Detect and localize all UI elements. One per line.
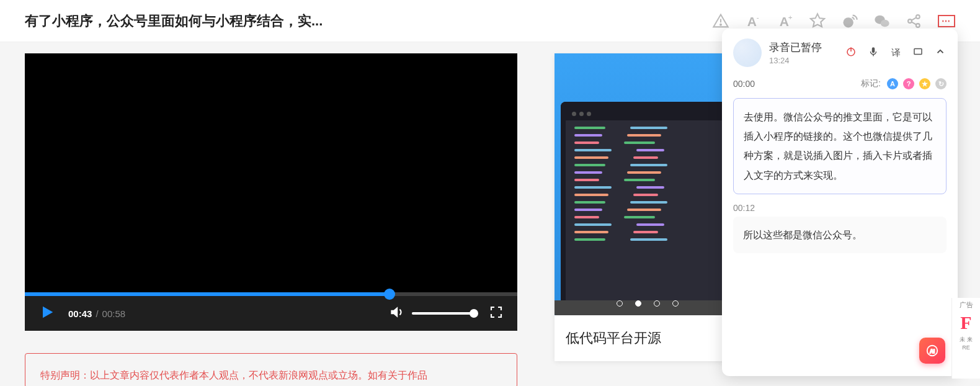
edge-ad-letter: F: [955, 313, 978, 332]
panel-body[interactable]: 去使用。微信公众号的推文里面，它是可以插入小程序的链接的。这个也微信提供了几种方…: [722, 94, 958, 376]
warning-icon[interactable]: [712, 12, 729, 30]
video-controls: 00:43 / 00:58: [25, 296, 517, 331]
mark-a-button[interactable]: A: [887, 78, 898, 89]
volume-icon[interactable]: [388, 304, 404, 323]
transcript-segment: 00:12 所以这些都是微信公众号。: [733, 203, 947, 253]
volume-knob[interactable]: [470, 309, 478, 318]
fullscreen-button[interactable]: [489, 305, 504, 322]
mark-buttons: A ? ★ ↻: [887, 78, 947, 89]
mark-label: 标记:: [861, 78, 881, 89]
carousel-dots[interactable]: [617, 300, 679, 307]
header-toolbar: A- A+ ⋯: [712, 12, 955, 30]
panel-subheader: 00:00 标记: A ? ★ ↻: [722, 74, 958, 94]
edge-ad-line2: RE: [955, 344, 978, 352]
transcript-panel: 录音已暂停 13:24 译 00:00 标记: A ? ★ ↻: [722, 29, 958, 376]
ad-title: 低代码平台开源: [555, 315, 741, 361]
volume-control[interactable]: [388, 304, 474, 323]
window-icon[interactable]: [912, 46, 924, 60]
power-icon[interactable]: [845, 46, 857, 60]
svg-point-8: [881, 19, 889, 27]
svg-rect-18: [914, 49, 922, 55]
carousel-dot[interactable]: [654, 300, 660, 307]
svg-text:AI: AI: [930, 349, 935, 354]
carousel-dot-active[interactable]: [635, 300, 641, 307]
video-current-time: 00:43: [68, 308, 92, 319]
svg-rect-16: [872, 47, 875, 53]
ai-fab-button[interactable]: AI: [919, 338, 945, 364]
video-controls-right: [388, 304, 504, 323]
edge-ad-tag: 广告: [955, 300, 978, 310]
font-increase-icon[interactable]: A+: [777, 12, 794, 30]
mic-icon[interactable]: [867, 46, 880, 60]
video-column: 00:43 / 00:58: [25, 53, 517, 386]
svg-point-6: [844, 17, 853, 27]
mark-s-button[interactable]: ★: [919, 78, 930, 89]
edge-ad[interactable]: 广告 F 未 来 RE: [951, 298, 980, 379]
mark-refresh-button[interactable]: ↻: [935, 78, 947, 89]
segment-timestamp: 00:12: [733, 203, 947, 213]
carousel-dot[interactable]: [672, 300, 679, 307]
panel-title: 录音已暂停: [769, 40, 837, 55]
play-button[interactable]: [38, 303, 56, 323]
favorite-icon[interactable]: [809, 12, 826, 30]
svg-text:A: A: [780, 14, 789, 29]
sidebar: 低代码平台开源: [555, 53, 741, 386]
svg-point-1: [720, 24, 721, 25]
video-progress-fill: [25, 292, 390, 296]
transcript-text[interactable]: 所以这些都是微信公众号。: [733, 217, 947, 253]
carousel-dot[interactable]: [617, 300, 623, 307]
ad-laptop-graphic: [561, 102, 734, 300]
disclaimer-box: 特别声明：以上文章内容仅代表作者本人观点，不代表新浪网观点或立场。如有关于作品: [25, 353, 517, 386]
svg-text:A: A: [747, 14, 757, 29]
more-menu-button[interactable]: ⋯: [938, 15, 955, 27]
video-time-separator: /: [96, 308, 98, 319]
video-duration: 00:58: [102, 308, 126, 319]
mark-q-button[interactable]: ?: [903, 78, 914, 89]
video-time: 00:43 / 00:58: [68, 308, 125, 319]
video-player[interactable]: 00:43 / 00:58: [25, 53, 517, 331]
svg-text:+: +: [788, 12, 793, 20]
edge-ad-line1: 未 来: [955, 336, 978, 344]
svg-line-13: [911, 22, 916, 25]
transcript-text[interactable]: 去使用。微信公众号的推文里面，它是可以插入小程序的链接的。这个也微信提供了几种方…: [733, 98, 947, 194]
weibo-icon[interactable]: [841, 12, 858, 30]
font-decrease-icon[interactable]: A-: [744, 12, 762, 30]
collapse-icon[interactable]: [934, 46, 947, 60]
volume-fill: [412, 312, 474, 315]
svg-line-12: [911, 17, 916, 20]
volume-track[interactable]: [412, 312, 474, 315]
page-title: 有了小程序，公众号里面如何与小程序结合，实...: [25, 12, 712, 30]
panel-sub-timestamp: 00:00: [733, 79, 855, 89]
disclaimer-text: 特别声明：以上文章内容仅代表作者本人观点，不代表新浪网观点或立场。如有关于作品: [40, 370, 427, 380]
ad-visual: [555, 53, 741, 315]
translate-button[interactable]: 译: [889, 47, 902, 59]
share-icon[interactable]: [906, 12, 923, 30]
video-progress-track[interactable]: [25, 292, 517, 296]
ad-card[interactable]: 低代码平台开源: [555, 53, 741, 361]
avatar: [733, 38, 762, 67]
svg-text:-: -: [757, 12, 759, 20]
panel-actions: 译: [845, 46, 947, 60]
transcript-segment: 去使用。微信公众号的推文里面，它是可以插入小程序的链接的。这个也微信提供了几种方…: [733, 98, 947, 194]
wechat-icon[interactable]: [873, 12, 891, 30]
panel-header: 录音已暂停 13:24 译: [722, 29, 958, 74]
panel-time: 13:24: [769, 56, 837, 65]
panel-title-wrap: 录音已暂停 13:24: [769, 40, 837, 65]
video-progress-knob[interactable]: [384, 289, 395, 300]
